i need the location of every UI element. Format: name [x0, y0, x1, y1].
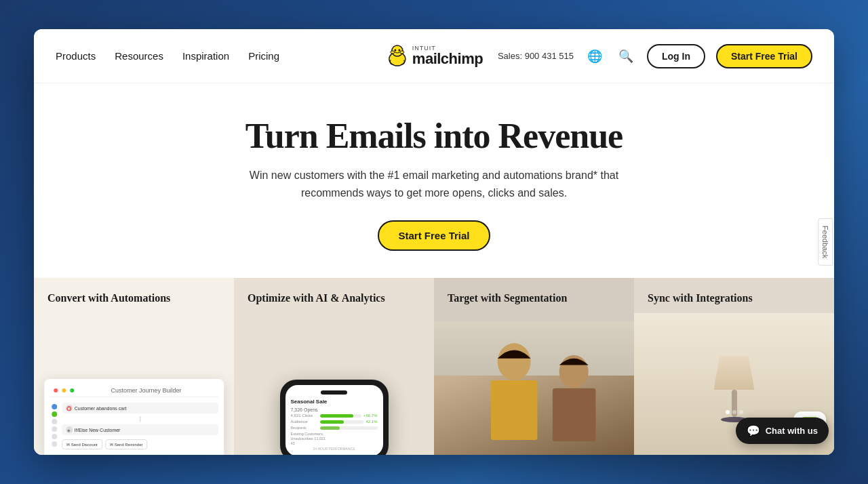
flow-item-ifelse: ◈ If/Else New Customer — [62, 424, 219, 435]
mailchimp-logo-icon — [385, 44, 410, 68]
free-trial-button-nav[interactable]: Start Free Trial — [716, 44, 812, 68]
window-dot-green — [70, 388, 74, 392]
logo-mailchimp-text: mailchimp — [412, 52, 483, 66]
flow-item-icon: ⭕ — [66, 405, 73, 411]
phone-bar-label: 4,631 Clicks — [291, 414, 318, 418]
mockup-sidebar — [50, 403, 59, 449]
feature-card-analytics: Optimize with AI & Analytics Seasonal Sa… — [234, 278, 434, 455]
sidebar-dot — [52, 404, 57, 409]
chat-bubble-icon: 💬 — [747, 424, 760, 437]
browser-window: Products Resources Inspiration Pricing — [34, 29, 834, 455]
nav-resources[interactable]: Resources — [115, 50, 163, 62]
phone-title: Seasonal Sale — [291, 399, 378, 405]
mockup-content: ⭕ Customer abandons cart ◈ If/Else New C… — [62, 403, 219, 449]
feature-card-automations: Convert with Automations Customer Journe… — [34, 278, 234, 455]
svg-point-2 — [394, 49, 396, 51]
sidebar-dot — [52, 419, 57, 424]
automations-mockup: Customer Journey Builder ⭕ Cus — [44, 379, 224, 455]
search-icon[interactable]: 🔍 — [616, 46, 636, 66]
phone-num-label: 43 — [291, 441, 378, 445]
phone-screen: Seasonal Sale 7,326 Opens 4,631 Clicks +… — [285, 385, 383, 455]
feature-label-integrations: Sync with Integrations — [648, 291, 753, 306]
login-button[interactable]: Log In — [647, 44, 705, 68]
svg-rect-9 — [553, 388, 596, 441]
sidebar-dot — [52, 426, 57, 432]
phone-bar-fill — [320, 426, 340, 430]
flow-connector — [140, 416, 140, 422]
nav-products[interactable]: Products — [56, 50, 96, 62]
svg-point-3 — [398, 49, 400, 51]
sidebar-dot — [52, 434, 57, 439]
sales-phone: Sales: 900 431 515 — [498, 51, 574, 61]
phone-bar-label: Audience — [291, 420, 318, 424]
svg-point-6 — [498, 344, 531, 381]
people-bg — [434, 322, 634, 455]
phone-bar-bg — [320, 426, 378, 430]
dot-ind-1 — [726, 410, 730, 414]
globe-icon[interactable]: 🌐 — [585, 46, 605, 66]
nav-left: Products Resources Inspiration Pricing — [56, 50, 279, 62]
hero-title: Turn Emails into Revenue — [47, 116, 821, 156]
phone-footer: 24 HOUR PERFORMANCE — [291, 447, 378, 451]
nav-inspiration[interactable]: Inspiration — [182, 50, 229, 62]
phone-bar-clicks: 4,631 Clicks +66.7% — [291, 414, 378, 418]
chat-widget[interactable]: 💬 Chat with us — [736, 418, 829, 444]
phone-stat-opens: 7,326 Opens — [291, 407, 378, 412]
phone-bar-fill — [320, 414, 353, 418]
feature-grid: Convert with Automations Customer Journe… — [34, 278, 834, 455]
phone-mockup: Seasonal Sale 7,326 Opens 4,631 Clicks +… — [280, 380, 389, 455]
sidebar-dot — [52, 411, 57, 417]
phone-pct: +66.7% — [363, 414, 378, 418]
flow-send-discount: ✉ Send Discount — [62, 439, 102, 449]
logo-text: intuit mailchimp — [412, 45, 483, 66]
hero-cta-button[interactable]: Start Free Trial — [378, 220, 490, 251]
svg-point-5 — [400, 51, 404, 54]
dot-ind-3 — [739, 410, 743, 414]
phone-bar-label: Recipients — [291, 426, 318, 430]
feature-card-segmentation: Target with Segmentation — [434, 278, 634, 455]
people-svg — [434, 322, 634, 455]
flow-item-icon: ◈ — [66, 426, 73, 433]
nav-right: Sales: 900 431 515 🌐 🔍 Log In Start Free… — [498, 44, 812, 68]
logo-container[interactable]: intuit mailchimp — [385, 44, 483, 68]
nav-pricing[interactable]: Pricing — [248, 50, 279, 62]
phone-pct: 42.1% — [366, 420, 377, 424]
phone-bar-audience: Audience 42.1% — [291, 420, 378, 424]
svg-point-4 — [391, 51, 395, 54]
window-dot-red — [54, 388, 58, 392]
phone-outer: Seasonal Sale 7,326 Opens 4,631 Clicks +… — [280, 380, 389, 455]
mockup-title: Customer Journey Builder — [78, 387, 215, 394]
navbar: Products Resources Inspiration Pricing — [34, 29, 834, 83]
phone-notch — [321, 390, 347, 395]
chat-label: Chat with us — [766, 426, 818, 436]
hero-subtitle: Win new customers with the #1 email mark… — [244, 167, 624, 201]
dots-indicator — [726, 410, 743, 414]
phone-bar-bg — [320, 420, 364, 424]
phone-bar-fill — [320, 420, 344, 424]
segmentation-image — [434, 322, 634, 455]
svg-rect-7 — [491, 380, 537, 440]
phone-existing-label: Existing Customers — [291, 432, 378, 436]
feedback-tab[interactable]: Feedback — [818, 218, 833, 266]
flow-send-reminder: ✉ Send Reminder — [105, 439, 148, 449]
feature-label-automations: Convert with Automations — [47, 291, 170, 306]
feature-label-segmentation: Target with Segmentation — [448, 291, 567, 306]
dot-ind-2 — [732, 410, 736, 414]
phone-bar-recipients: Recipients — [291, 426, 378, 430]
hero-section: Turn Emails into Revenue Win new custome… — [34, 83, 834, 278]
phone-unsub-label: Unsubscribes 11,021 — [291, 437, 378, 441]
sidebar-dot — [52, 441, 57, 447]
feature-label-analytics: Optimize with AI & Analytics — [248, 291, 385, 306]
window-dot-yellow — [62, 388, 66, 392]
flow-item-cart: ⭕ Customer abandons cart — [62, 403, 219, 414]
lamp-shade — [714, 356, 755, 390]
phone-bar-bg — [320, 414, 361, 418]
flow-send-row: ✉ Send Discount ✉ Send Reminder — [62, 439, 219, 449]
